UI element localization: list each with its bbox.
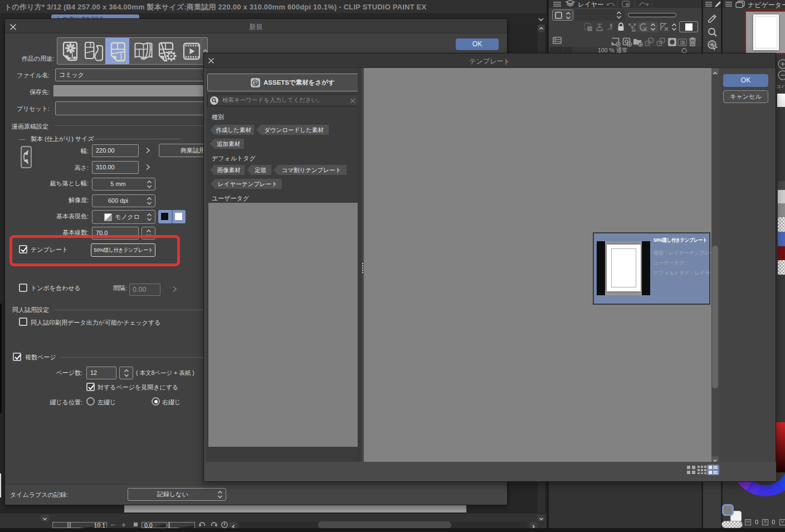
swap-wh-button[interactable] <box>21 146 32 168</box>
layer-tab4-icon[interactable] <box>638 1 649 7</box>
purpose-illustration-icon[interactable] <box>62 41 79 61</box>
apply-mask-icon[interactable] <box>677 37 688 47</box>
tag-panel-template[interactable]: コマ割りテンプレート <box>274 165 347 175</box>
redo-icon[interactable] <box>210 521 217 528</box>
transfer-layer-icon[interactable] <box>645 37 654 47</box>
light-table-icon[interactable] <box>595 23 604 32</box>
timelapse-select[interactable]: 記録しない <box>128 488 226 501</box>
width-expand-icon[interactable] <box>144 147 151 154</box>
stepper-icon[interactable] <box>146 196 153 206</box>
pages-input[interactable]: 12 <box>86 367 116 379</box>
template-list-area[interactable]: 50%隠し付きテンプレート 種類：レイヤーテンプレート ユーザータグ： デフォル… <box>364 68 711 462</box>
purpose-all-settings-icon[interactable] <box>158 42 177 62</box>
transparent-color-button[interactable] <box>721 521 743 528</box>
lock-transparent-icon[interactable] <box>628 23 637 32</box>
purpose-webtoon-icon[interactable] <box>84 41 104 61</box>
menu-icon[interactable] <box>725 2 732 7</box>
tag-created[interactable]: 作成した素材 <box>210 125 254 135</box>
new-dialog-ok-button[interactable]: OK <box>456 38 499 50</box>
select-layer-icon[interactable] <box>584 23 593 32</box>
canvas-hscroll-light[interactable] <box>124 505 466 513</box>
view-large-grid-icon[interactable] <box>687 466 695 474</box>
navigator-title[interactable]: ナビゲーター <box>748 1 785 10</box>
layer-opacity-slider[interactable] <box>628 13 676 17</box>
tag-downloaded[interactable]: ダウンロードした素材 <box>256 125 329 135</box>
clipping-button[interactable] <box>637 22 658 32</box>
bleed-select[interactable]: 5 mm <box>92 178 155 191</box>
search-box[interactable]: 検索キーワードを入力してください。 <box>207 94 360 106</box>
template-list-item-selected[interactable]: 50%隠し付きテンプレート 種類：レイヤーテンプレート ユーザータグ： デフォル… <box>593 232 710 305</box>
tombo-checkbox[interactable] <box>19 284 27 292</box>
pin-icon[interactable] <box>606 23 615 32</box>
assets-search-button[interactable]: ASSETSで素材をさがす <box>207 74 360 91</box>
search-clear-icon[interactable] <box>349 97 356 104</box>
bind-right-radio[interactable] <box>152 397 160 406</box>
undo-icon[interactable] <box>199 521 206 528</box>
zoom-slider-left[interactable] <box>52 522 68 528</box>
stepper-icon[interactable] <box>217 490 223 500</box>
template-scrollbar-thumb[interactable] <box>712 246 718 388</box>
height-expand-icon[interactable] <box>144 163 151 171</box>
navigator-zoom-out-icon[interactable] <box>778 70 785 80</box>
ruler-button[interactable] <box>659 22 679 32</box>
layer-list-view-icon[interactable] <box>553 37 562 44</box>
object-tool-icon[interactable] <box>707 40 718 51</box>
statusbar-collapse-button[interactable] <box>41 515 49 521</box>
swatch-darkred[interactable] <box>778 246 785 260</box>
stepper-icon[interactable] <box>146 179 153 189</box>
pages-stepper[interactable] <box>119 367 133 379</box>
navigator-zoom-in-icon[interactable] <box>778 59 785 69</box>
template-dialog-titlebar[interactable]: テンプレート <box>204 53 776 68</box>
template-scroll-up[interactable] <box>711 69 719 75</box>
layer-list-row[interactable]: 100 % 通常 <box>549 47 702 53</box>
zoom-fit-button[interactable] <box>134 523 138 526</box>
lock-icon[interactable] <box>617 22 625 32</box>
swatch-transparent-1[interactable] <box>778 217 785 232</box>
tag-image-material[interactable]: 画像素材 <box>210 165 245 175</box>
purpose-fanzine-icon[interactable] <box>133 41 154 61</box>
main-color-swatch[interactable] <box>722 504 734 516</box>
layer-mask-icon[interactable] <box>667 37 677 47</box>
navigator-preview[interactable] <box>745 11 785 54</box>
height-input[interactable]: 310.00 <box>92 161 139 174</box>
expression-color-button[interactable] <box>679 21 698 32</box>
purpose-animation-icon[interactable] <box>183 42 201 60</box>
stepper-icon[interactable] <box>146 212 153 222</box>
swatch-blue[interactable] <box>778 232 785 246</box>
template-ok-button[interactable]: OK <box>723 74 768 87</box>
new-folder-icon[interactable] <box>633 37 643 47</box>
sidebar-splitter[interactable] <box>358 68 364 462</box>
spread-checkbox[interactable] <box>86 383 95 391</box>
spacing-expand-icon[interactable] <box>171 285 178 293</box>
layer-tab2-icon[interactable] <box>606 1 616 7</box>
swatch-gray[interactable] <box>778 203 785 217</box>
bind-left-radio[interactable] <box>86 397 95 406</box>
scroll-left-button[interactable] <box>230 522 237 528</box>
eyedropper-tool-icon[interactable] <box>708 13 718 23</box>
tag-ruler[interactable]: 定規 <box>247 165 271 175</box>
new-dialog-titlebar[interactable]: 新規 <box>5 19 507 33</box>
user-tag-list[interactable] <box>208 203 358 447</box>
reset-rotation-icon[interactable] <box>221 521 228 529</box>
black-swatch[interactable] <box>161 213 168 220</box>
scroll-right-button[interactable] <box>530 522 537 528</box>
menu-icon[interactable] <box>705 2 712 7</box>
template-cancel-button[interactable]: キャンセル <box>723 90 768 103</box>
dpi-select[interactable]: 600 dpi <box>92 194 155 207</box>
tag-layer-template[interactable]: レイヤーテンプレート <box>211 179 282 189</box>
menu-icon[interactable] <box>553 2 561 7</box>
tag-additional[interactable]: 追加素材 <box>210 139 244 149</box>
layer-thumb-size-button[interactable] <box>552 9 573 21</box>
rotate-value-box[interactable]: 0.0 <box>142 522 167 528</box>
trash-icon[interactable] <box>689 37 696 46</box>
width-input[interactable]: 220.00 <box>92 144 139 157</box>
spacing-input[interactable]: 0.00 <box>129 284 160 296</box>
zoom-tool-icon[interactable] <box>708 27 718 37</box>
tab-overflow-icon[interactable] <box>537 16 545 23</box>
rotate-slider-right[interactable] <box>169 522 195 528</box>
blend-mode-select[interactable] <box>575 9 625 21</box>
view-list-button-selected[interactable] <box>707 465 719 475</box>
doujin-checkbox[interactable] <box>19 318 27 326</box>
new-raster-layer-icon[interactable] <box>611 37 621 47</box>
swatch-white[interactable] <box>778 190 785 203</box>
